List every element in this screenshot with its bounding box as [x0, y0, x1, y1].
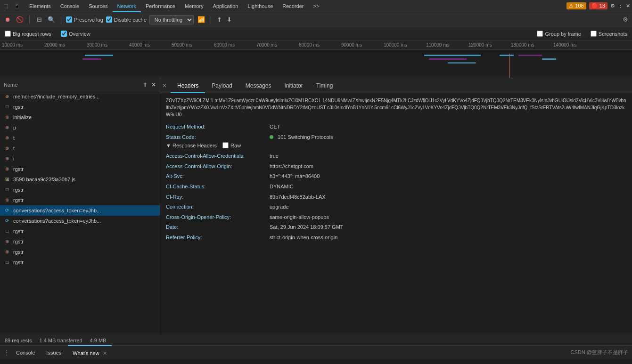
tab-elements[interactable]: Elements — [25, 0, 56, 12]
tab-recorder[interactable]: Recorder — [278, 0, 308, 12]
raw-checkbox[interactable] — [222, 142, 229, 148]
request-method-row: Request Method: GET — [166, 122, 626, 132]
group-by-frame-text: Group by frame — [545, 31, 581, 37]
search-icon[interactable]: 🔍 — [47, 15, 56, 24]
tab-payload[interactable]: Payload — [205, 78, 238, 93]
bottom-tab-issues[interactable]: Issues — [41, 346, 66, 360]
response-headers-title[interactable]: ▼ Response Headers — [166, 143, 217, 148]
list-item[interactable]: ⊕ rgstr — [0, 164, 160, 174]
group-by-frame-checkbox[interactable] — [537, 31, 543, 37]
overview-checkbox[interactable] — [61, 31, 67, 37]
list-item[interactable]: ⊞ 3590.bacaa9c23f3a30b7.js — [0, 174, 160, 185]
filter-icon[interactable]: ⊟ — [34, 15, 44, 24]
sub-tabs: ✕ Headers Payload Messages Initiator Tim… — [160, 78, 632, 93]
list-item[interactable]: ⊕ initialize — [0, 112, 160, 122]
wifi-icon[interactable]: 📶 — [197, 15, 206, 24]
tab-memory[interactable]: Memory — [180, 0, 208, 12]
item-name-10: rgstr — [13, 197, 156, 203]
header-key-7: Date: — [166, 223, 270, 232]
tick-5: 50000 ms — [170, 42, 212, 48]
devtools-icons: ⬚ 📱 — [2, 2, 21, 10]
tab-sources[interactable]: Sources — [84, 0, 112, 12]
item-icon-12: ⟳ — [4, 218, 10, 224]
item-name-13: rgstr — [13, 228, 156, 234]
group-by-frame-label[interactable]: Group by frame — [537, 31, 581, 37]
sort-icon[interactable]: ⬆ — [143, 81, 148, 88]
list-item[interactable]: ⊕ memories?include_memory_entries... — [0, 91, 160, 102]
list-item[interactable]: ⊕ t — [0, 133, 160, 143]
timeline-content — [0, 50, 632, 78]
preserve-log-label[interactable]: Preserve log — [66, 16, 103, 23]
download-icon[interactable]: ⬇ — [226, 15, 233, 24]
big-rows-label[interactable]: Big request rows — [5, 31, 51, 37]
header-key-8: Referrer-Policy: — [166, 234, 270, 242]
inspect-icon[interactable]: ⬚ — [2, 2, 9, 10]
bottom-tab-icon[interactable]: ⋮ — [4, 349, 9, 356]
bottom-tab-console[interactable]: Console — [11, 346, 40, 360]
disable-cache-checkbox[interactable] — [106, 16, 112, 23]
more-icon[interactable]: ⋮ — [618, 3, 623, 9]
list-item[interactable]: ⊕ rgstr — [0, 236, 160, 247]
list-item[interactable]: ⊕ t — [0, 143, 160, 154]
overview-label[interactable]: Overview — [61, 31, 90, 37]
header-val-8: strict-origin-when-cross-origin — [270, 234, 337, 242]
preserve-log-checkbox[interactable] — [66, 16, 72, 23]
close-panel-icon[interactable]: ✕ — [151, 81, 156, 88]
item-name-16: rgstr — [13, 259, 156, 265]
tab-console[interactable]: Console — [56, 0, 84, 12]
device-icon[interactable]: 📱 — [13, 2, 21, 10]
item-icon-14: ⊕ — [4, 238, 10, 245]
requests-count: 89 requests — [5, 338, 32, 343]
list-item[interactable]: ⊕ p — [0, 122, 160, 133]
tab-messages[interactable]: Messages — [239, 78, 278, 93]
item-name-1: rgstr — [13, 104, 156, 110]
main-layout: Name ⬆ ✕ ⊕ memories?include_memory_entri… — [0, 78, 632, 335]
item-name-14: rgstr — [13, 239, 156, 244]
response-headers-list: Access-Control-Allow-Credentials: true A… — [166, 151, 626, 243]
list-item[interactable]: □ rgstr — [0, 185, 160, 195]
tab-more[interactable]: >> — [309, 0, 324, 12]
throttle-select[interactable]: No throttling — [149, 15, 194, 24]
list-item[interactable]: □ rgstr — [0, 102, 160, 112]
whats-new-close-icon[interactable]: ✕ — [103, 350, 107, 356]
header-val-4: 89b7dedf48c82abb-LAX — [270, 193, 326, 202]
status-code-row: Status Code: 101 Switching Protocols — [166, 132, 626, 143]
tick-1: 10000 ms — [0, 42, 42, 48]
list-item[interactable]: ⊕ rgstr — [0, 247, 160, 257]
list-item[interactable]: ⊕ rgstr — [0, 195, 160, 205]
tab-lighthouse[interactable]: Lighthouse — [243, 0, 278, 12]
list-item[interactable]: ⟳ conversations?access_token=eyJhb... — [0, 205, 160, 216]
bottom-tab-whats-new[interactable]: What's new ✕ — [68, 345, 112, 360]
upload-icon[interactable]: ⬆ — [216, 15, 223, 24]
tab-application[interactable]: Application — [208, 0, 243, 12]
tab-initiator[interactable]: Initiator — [278, 78, 309, 93]
raw-checkbox-label[interactable]: Raw — [222, 142, 241, 148]
header-val-6: same-origin-allow-popups — [270, 213, 329, 222]
tab-headers[interactable]: Headers — [171, 78, 205, 93]
list-item[interactable]: ⟳ conversations?access_token=eyJhb... — [0, 216, 160, 226]
settings-icon[interactable]: ⚙ — [610, 3, 615, 9]
big-rows-checkbox[interactable] — [5, 31, 11, 37]
timeline-marker — [509, 54, 509, 78]
screenshots-checkbox[interactable] — [591, 31, 597, 37]
settings-network-icon[interactable]: ⚙ — [622, 15, 629, 24]
tab-performance[interactable]: Performance — [141, 0, 180, 12]
list-item[interactable]: ⊕ i — [0, 154, 160, 164]
list-item[interactable]: □ rgstr — [0, 226, 160, 236]
screenshots-label[interactable]: Screenshots — [591, 31, 627, 37]
disable-cache-label[interactable]: Disable cache — [106, 16, 147, 23]
clear-button[interactable]: 🚫 — [15, 15, 25, 24]
list-item[interactable]: □ rgstr — [0, 257, 160, 267]
tab-timing[interactable]: Timing — [310, 78, 340, 93]
list-scroll[interactable]: ⊕ memories?include_memory_entries... □ r… — [0, 91, 160, 335]
item-name-7: rgstr — [13, 166, 156, 172]
tick-6: 60000 ms — [212, 42, 254, 48]
tab-network[interactable]: Network — [113, 0, 141, 12]
headers-content[interactable]: ZOvTZXpZW9OLZM 1 mMV1Z9uamVyczr 0aW9ueyI… — [160, 93, 632, 335]
header-field-7: Date: Sat, 29 Jun 2024 18:09:57 GMT — [166, 222, 626, 233]
close-icon[interactable]: ✕ — [626, 3, 630, 9]
sub-tab-close[interactable]: ✕ — [162, 82, 167, 89]
screenshots-text: Screenshots — [599, 31, 627, 37]
tick-4: 40000 ms — [127, 42, 170, 48]
record-button[interactable]: ⏺ — [3, 15, 12, 24]
